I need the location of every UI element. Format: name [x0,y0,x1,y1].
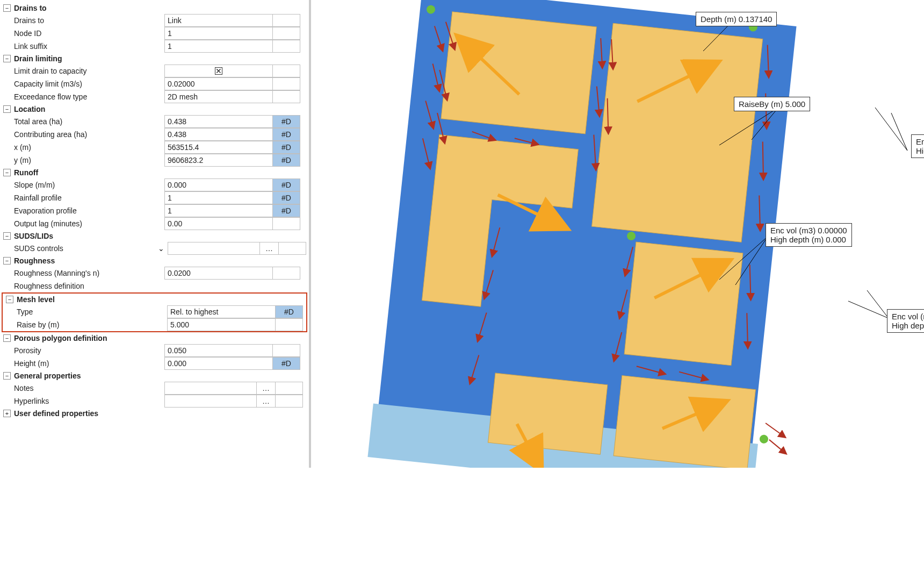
row-rainfall: Rainfall profile 1 #D [0,191,309,204]
section-label: Drain limiting [14,54,62,63]
row-capacity-limit: Capacity limit (m3/s) 0.02000 [0,77,309,90]
flag-cell[interactable]: #D [273,141,300,154]
section-label: Location [14,105,45,113]
row-exceedance: Exceedance flow type 2D mesh [0,90,309,103]
value-cell[interactable]: 0.0200 [164,267,273,280]
section-label: Roughness [14,256,55,265]
map-viewport[interactable]: Depth (m) 0.137140 RaiseBy (m) 5.000 Enc… [311,0,924,468]
callout-encvol-1: Enc vol (m3) 0.00000 High depth (m) 0.00… [911,134,924,158]
section-label: SUDS/LIDs [14,232,53,240]
value-cell[interactable]: 0.438 [164,128,273,141]
value-cell[interactable]: 0.02000 [164,77,273,90]
value-cell[interactable]: 1 [164,40,273,53]
value-cell[interactable]: ✕ [164,65,273,77]
row-hyperlinks: Hyperlinks … [0,395,309,408]
value-cell[interactable]: 1 [164,191,273,204]
section-roughness[interactable]: − Roughness [0,255,309,267]
value-cell[interactable]: 0.00 [164,217,273,230]
flag-cell[interactable]: #D [276,305,303,318]
value-cell[interactable]: 0.000 [164,178,273,191]
flag-cell[interactable]: #D [273,178,300,191]
section-label: Runoff [14,168,38,177]
building-poly[interactable] [441,12,596,134]
collapse-toggle[interactable]: − [3,105,11,113]
ellipsis-button[interactable]: … [257,382,276,395]
building-poly[interactable] [624,242,743,366]
row-manning: Roughness (Manning's n) 0.0200 [0,267,309,280]
section-porous[interactable]: − Porous polygon definition [0,332,309,344]
flag-cell[interactable]: #D [273,357,300,370]
row-total-area: Total area (ha) 0.438 #D [0,115,309,128]
value-cell[interactable]: Rel. to highest [167,305,276,318]
app-root: − Drains to Drains to Link Node ID 1 Lin… [0,0,924,468]
section-drains-to[interactable]: − Drains to [0,2,309,14]
value-cell[interactable]: 2D mesh [164,90,273,103]
row-suds-controls: SUDS controls⌄ … [0,242,309,255]
row-x: x (m) 563515.4 #D [0,141,309,154]
section-user-defined[interactable]: + User defined properties [0,408,309,419]
section-suds[interactable]: − SUDS/LIDs [0,230,309,242]
value-cell[interactable]: 0.000 [164,357,273,370]
section-location[interactable]: − Location [0,103,309,115]
value-cell[interactable] [164,395,257,408]
collapse-toggle[interactable]: − [3,232,11,240]
collapse-toggle[interactable]: − [3,257,11,265]
chevron-down-icon[interactable]: ⌄ [158,244,164,253]
building-poly[interactable] [592,23,763,242]
building-poly[interactable] [488,373,607,454]
row-contrib-area: Contributing area (ha) 0.438 #D [0,128,309,141]
value-cell[interactable]: 5.000 [167,318,276,331]
flag-cell[interactable]: #D [273,128,300,141]
row-slope: Slope (m/m) 0.000 #D [0,178,309,191]
expand-toggle[interactable]: + [3,410,11,417]
section-label: Porous polygon definition [14,334,107,342]
checkbox-icon[interactable]: ✕ [215,67,222,75]
svg-line-29 [764,423,784,436]
section-label: Mesh level [17,295,55,304]
row-drains-to: Drains to Link [0,14,309,27]
section-label: User defined properties [14,409,98,418]
section-mesh-level[interactable]: − Mesh level [3,294,306,305]
building-poly[interactable] [613,376,755,468]
value-cell[interactable]: 9606823.2 [164,154,273,167]
row-y: y (m) 9606823.2 #D [0,154,309,167]
callout-encvol-3: Enc vol (m3) 0.00000 High depth (m) 0.00… [887,309,924,333]
callout-encvol-2: Enc vol (m3) 0.00000 High depth (m) 0.00… [766,223,852,247]
flag-cell[interactable]: #D [273,191,300,204]
collapse-toggle[interactable]: − [3,4,11,12]
row-link-suffix: Link suffix 1 [0,40,309,53]
section-label: Drains to [14,4,47,12]
node-icon[interactable] [759,434,769,444]
flag-cell[interactable]: #D [273,154,300,167]
row-porosity: Porosity 0.050 [0,344,309,357]
flag-cell[interactable]: #D [273,115,300,128]
mesh-level-highlight: − Mesh level Type Rel. to highest #D Rai… [2,292,307,332]
property-grid-panel[interactable]: − Drains to Drains to Link Node ID 1 Lin… [0,0,311,468]
value-cell[interactable]: 0.050 [164,344,273,357]
value-cell[interactable]: Link [164,14,273,27]
collapse-toggle[interactable]: − [3,169,11,176]
value-cell[interactable]: 1 [164,27,273,40]
collapse-toggle[interactable]: − [3,55,11,62]
value-cell[interactable]: 563515.4 [164,141,273,154]
ellipsis-button[interactable]: … [257,395,276,408]
svg-line-30 [768,440,785,452]
ellipsis-button[interactable]: … [260,242,279,255]
callout-depth: Depth (m) 0.137140 [696,12,777,26]
row-raise-by: Raise by (m) 5.000 [3,318,306,331]
flag-cell[interactable]: #D [273,204,300,217]
collapse-toggle[interactable]: − [3,372,11,380]
section-general[interactable]: − General properties [0,370,309,382]
collapse-toggle[interactable]: − [6,296,13,303]
value-cell[interactable] [164,382,257,395]
section-label: General properties [14,371,81,380]
value-cell[interactable] [168,242,260,255]
collapse-toggle[interactable]: − [3,334,11,342]
row-output-lag: Output lag (minutes) 0.00 [0,217,309,230]
section-runoff[interactable]: − Runoff [0,167,309,178]
section-drain-limiting[interactable]: − Drain limiting [0,53,309,65]
value-cell[interactable]: 0.438 [164,115,273,128]
callout-raiseby: RaiseBy (m) 5.000 [734,97,810,111]
row-limit-drain: Limit drain to capacity ✕ [0,65,309,77]
value-cell[interactable]: 1 [164,204,273,217]
